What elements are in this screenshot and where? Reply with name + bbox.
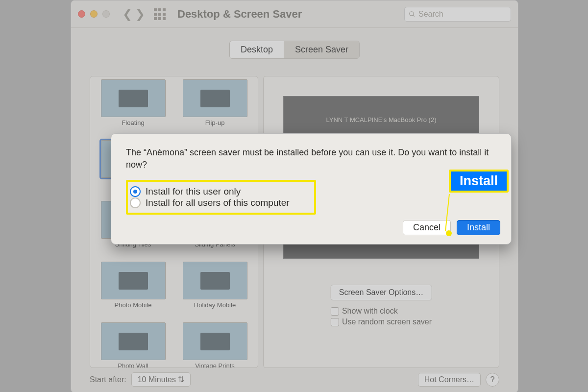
radio-icon [130, 197, 141, 208]
cancel-button[interactable]: Cancel [403, 220, 451, 235]
radio-group-highlight: Install for this user only Install for a… [126, 180, 316, 215]
radio-all-users[interactable]: Install for all users of this computer [130, 197, 290, 208]
install-button[interactable]: Install [457, 220, 500, 235]
radio-user-only[interactable]: Install for this user only [130, 186, 290, 197]
annotation-install-callout: Install [449, 170, 509, 193]
radio-icon [130, 186, 141, 197]
dialog-message: The “Anèmona” screen saver must be insta… [126, 147, 496, 171]
annotation-leader-dot [446, 230, 452, 236]
